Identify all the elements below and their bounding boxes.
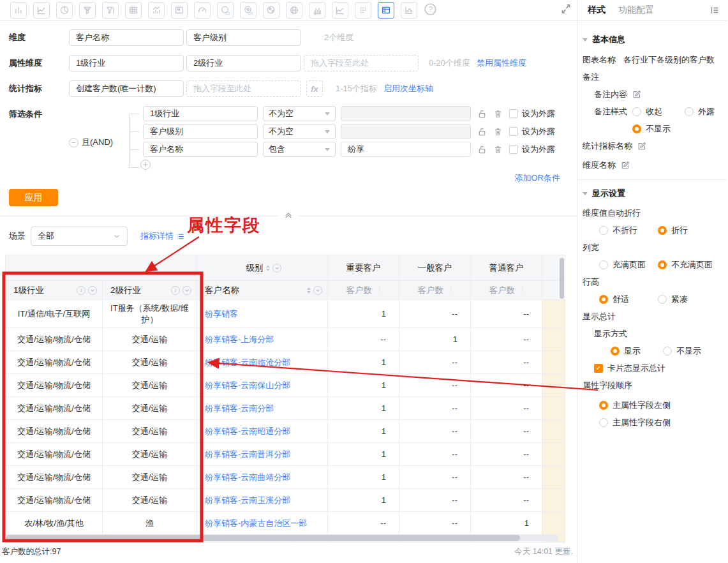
- customer-link-cell[interactable]: 纷享销客-云南玉溪分部: [197, 489, 328, 512]
- gauge-chart-icon[interactable]: [194, 2, 211, 19]
- customer-link-cell[interactable]: 纷享销客-云南普洱分部: [197, 443, 328, 466]
- column-options-icon[interactable]: ⋮: [376, 286, 383, 294]
- line-chart-icon[interactable]: [33, 2, 50, 19]
- customer-link-cell[interactable]: 纷享销客-云南临沧分部: [197, 351, 328, 374]
- attr-dimension-dropzone[interactable]: 拖入字段至此处: [304, 55, 419, 71]
- tab-function-config[interactable]: 功能配置: [618, 4, 654, 16]
- column-menu-icon[interactable]: [313, 286, 322, 295]
- globe-chart-icon[interactable]: [286, 2, 302, 19]
- filter-field-input[interactable]: 1级行业: [143, 106, 258, 121]
- disable-attr-dimension-link[interactable]: 禁用属性维度: [477, 55, 526, 71]
- radio-fill-page[interactable]: 充满页面: [599, 259, 658, 270]
- histogram-chart-icon[interactable]: [309, 2, 325, 19]
- metric-chip[interactable]: 创建客户数(唯一计数): [69, 80, 184, 97]
- dimension-chip[interactable]: 客户级别: [186, 29, 301, 46]
- filter-operator-select[interactable]: 不为空: [263, 124, 336, 139]
- collapse-up-icon[interactable]: [279, 211, 298, 223]
- radio-note-expose[interactable]: 外露: [685, 106, 715, 117]
- lock-icon[interactable]: [477, 109, 487, 119]
- column-header-count[interactable]: 客户数⋮: [399, 281, 471, 300]
- apply-button[interactable]: 应用: [9, 189, 58, 206]
- collapse-group-icon[interactable]: [69, 138, 78, 147]
- section-basic-info[interactable]: 基本信息: [583, 34, 718, 45]
- info-icon[interactable]: i: [77, 286, 85, 295]
- customer-link-cell[interactable]: 纷享销客-云南保山分部: [197, 374, 328, 397]
- radio-hide-total[interactable]: 不显示: [663, 345, 701, 356]
- customer-link-cell[interactable]: 纷享销客: [197, 300, 328, 328]
- vertical-scrollbar[interactable]: [560, 258, 564, 299]
- funnel-compare-chart-icon[interactable]: [102, 2, 119, 19]
- filter-value-input[interactable]: [341, 106, 471, 121]
- level-group-header[interactable]: 级别: [197, 255, 328, 281]
- filter-operator-select[interactable]: 包含: [263, 142, 336, 157]
- radio-no-fill-page[interactable]: 不充满页面: [658, 259, 713, 270]
- delete-icon[interactable]: [493, 109, 503, 119]
- metric-detail-link[interactable]: 指标详情: [140, 228, 184, 244]
- attr-dimension-chip[interactable]: 1级行业: [69, 55, 184, 71]
- map-china-stat-icon[interactable]: CN: [240, 2, 256, 19]
- indicator-card-icon[interactable]: [171, 2, 188, 19]
- attr-dimension-chip[interactable]: 2级行业: [186, 55, 301, 71]
- column-header-industry1[interactable]: 1级行业 i: [6, 281, 103, 300]
- column-menu-icon[interactable]: [182, 286, 191, 295]
- combo-chart-icon[interactable]: [148, 2, 165, 19]
- add-condition-button[interactable]: [140, 160, 577, 170]
- filter-field-input[interactable]: 客户名称: [143, 142, 258, 157]
- edit-icon[interactable]: [632, 90, 641, 99]
- radio-compact[interactable]: 紧凑: [658, 294, 688, 304]
- section-display-settings[interactable]: 显示设置: [583, 188, 718, 199]
- expose-checkbox[interactable]: [509, 109, 518, 118]
- scene-select[interactable]: 全部: [31, 227, 128, 246]
- edit-icon[interactable]: [637, 142, 646, 151]
- info-icon[interactable]: i: [171, 286, 180, 295]
- expose-checkbox[interactable]: [509, 127, 518, 136]
- sort-icon[interactable]: [307, 287, 311, 294]
- formula-fx-button[interactable]: fx: [306, 80, 323, 97]
- filter-field-input[interactable]: 客户级别: [143, 124, 258, 139]
- lock-icon[interactable]: [477, 145, 487, 154]
- enable-secondary-axis-link[interactable]: 启用次坐标轴: [383, 80, 433, 97]
- and-group-node[interactable]: 且(AND): [69, 137, 113, 148]
- customer-link-cell[interactable]: 纷享销客-云南曲靖分部: [197, 466, 328, 489]
- dimension-chip[interactable]: 客户名称: [69, 29, 184, 46]
- radio-wrap[interactable]: 折行: [658, 225, 688, 236]
- radio-attr-right[interactable]: 主属性字段右侧: [599, 417, 671, 428]
- column-menu-icon[interactable]: [88, 286, 97, 295]
- metric-dropzone[interactable]: 拖入字段至此处: [186, 80, 301, 97]
- column-menu-icon[interactable]: [272, 264, 281, 273]
- tab-style[interactable]: 样式: [588, 4, 605, 16]
- funnel-chart-icon[interactable]: [79, 2, 96, 19]
- customer-link-cell[interactable]: 纷享销客-内蒙古自治区一部: [197, 512, 328, 535]
- chart-name-value[interactable]: 各行业下各级别的客户数: [623, 54, 715, 65]
- horizontal-scrollbar-thumb[interactable]: [6, 535, 520, 541]
- radio-attr-left[interactable]: 主属性字段左侧: [599, 400, 671, 410]
- sort-icon[interactable]: [266, 265, 270, 271]
- expose-checkbox[interactable]: [509, 145, 518, 154]
- pivot-table-icon[interactable]: [378, 2, 394, 19]
- delete-icon[interactable]: [493, 145, 503, 154]
- column-header-industry2[interactable]: 2级行业 i: [103, 281, 197, 300]
- switch-chart-icon[interactable]: [560, 3, 572, 17]
- collapse-panel-icon[interactable]: [709, 5, 720, 15]
- column-header-count[interactable]: 客户数⋮: [328, 281, 399, 300]
- delete-icon[interactable]: [493, 127, 503, 137]
- bar-chart-icon[interactable]: [10, 2, 27, 19]
- horizontal-scrollbar[interactable]: [6, 535, 559, 541]
- customer-link-cell[interactable]: 纷享销客-上海分部: [197, 328, 328, 351]
- customer-link-cell[interactable]: 纷享销客-云南昭通分部: [197, 420, 328, 443]
- card-total-checkbox[interactable]: 卡片态显示总计: [594, 363, 665, 373]
- area-chart-icon[interactable]: [332, 2, 348, 19]
- filter-value-input[interactable]: 纷享: [341, 142, 471, 157]
- pie-chart-icon[interactable]: [56, 2, 73, 19]
- customer-link-cell[interactable]: 纷享销客-云南分部: [197, 397, 328, 420]
- scatter-chart-icon[interactable]: [401, 2, 417, 19]
- edit-icon[interactable]: [621, 161, 630, 170]
- map-world-icon[interactable]: [263, 2, 279, 19]
- column-options-icon[interactable]: ⋮: [447, 286, 454, 294]
- column-header-count[interactable]: 客户数⋮: [471, 281, 542, 300]
- map-china-icon[interactable]: CN: [217, 2, 234, 19]
- column-header-customer-name[interactable]: 客户名称: [197, 281, 328, 300]
- radio-comfortable[interactable]: 舒适: [599, 294, 658, 304]
- bubble-grid-chart-icon[interactable]: [355, 2, 371, 19]
- add-or-condition-link[interactable]: 添加OR条件: [515, 170, 561, 186]
